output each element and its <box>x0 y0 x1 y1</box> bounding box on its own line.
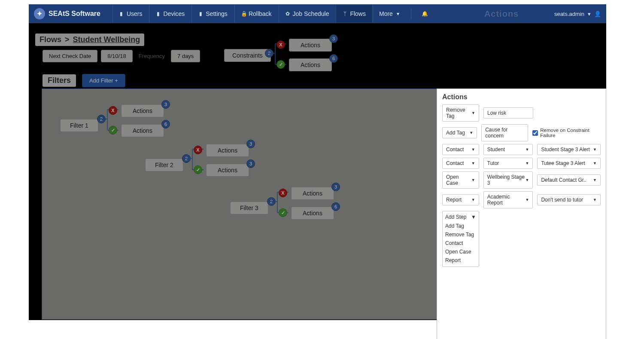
filter-2-fail-actions[interactable]: Actions <box>206 144 249 157</box>
filter-node-1[interactable]: Filter 1 <box>60 119 98 132</box>
filter-2-pass-icon: ✓ <box>194 165 202 174</box>
nav-more-label: More <box>379 10 393 17</box>
nav-flows[interactable]: ᛘFlows <box>336 5 372 22</box>
action-type-select[interactable]: Add Tag▼ <box>442 127 477 138</box>
nav-users[interactable]: ▮Users <box>112 5 149 22</box>
next-check-value[interactable]: 8/10/18 <box>101 50 132 62</box>
brand: ✦ SEAtS Software <box>34 8 100 19</box>
caret-down-icon: ▼ <box>471 147 475 152</box>
frequency-value[interactable]: 7 days <box>171 50 200 62</box>
add-filter-button[interactable]: Add Filter + <box>82 74 125 87</box>
nav-rollback[interactable]: 🔒Rollback <box>234 5 278 22</box>
filter-2-pass-actions[interactable]: Actions <box>206 164 249 177</box>
caret-down-icon: ▾ <box>588 11 591 17</box>
action-target-select[interactable]: Tutor▼ <box>483 158 533 169</box>
caret-down-icon: ▼ <box>593 178 597 182</box>
action-type-label: Open Case <box>446 174 471 186</box>
filter-3-fail-actions[interactable]: Actions <box>291 187 334 200</box>
add-step-option[interactable]: Remove Tag <box>445 230 476 239</box>
caret-down-icon: ▼ <box>471 161 475 165</box>
user-menu[interactable]: seats.admin ▾ 👤 <box>554 11 601 17</box>
action-template-select[interactable]: Don't send to tutor▼ <box>537 194 601 205</box>
devices-icon: ▮ <box>155 11 161 17</box>
constraints-fail-actions[interactable]: Actions <box>289 39 332 52</box>
filter-1-fail-actions[interactable]: Actions <box>121 104 164 117</box>
action-target-label: Wellbeing Stage 3 <box>487 174 526 186</box>
action-row-remove-tag: Remove Tag▼ Low risk <box>442 104 601 122</box>
filter-1-fail-badge: 3 <box>161 100 170 109</box>
caret-down-icon: ▼ <box>471 214 476 220</box>
branch-icon: ᛘ <box>342 11 347 17</box>
nav-more[interactable]: More▾ <box>373 5 407 22</box>
filter-1-pass-actions[interactable]: Actions <box>121 124 164 137</box>
ghost-heading: Actions <box>484 9 519 19</box>
remove-on-failure-input[interactable] <box>532 130 538 136</box>
action-row-open-case: Open Case▼ Wellbeing Stage 3▼ Default Co… <box>442 171 601 189</box>
add-step-option[interactable]: Add Tag <box>445 222 476 230</box>
filter-1-pass-icon: ✓ <box>109 126 117 134</box>
action-type-select[interactable]: Open Case▼ <box>442 171 479 189</box>
add-step-option[interactable]: Open Case <box>445 247 476 256</box>
add-step-option[interactable]: Report <box>445 256 476 265</box>
user-name: seats.admin <box>554 11 584 17</box>
action-type-select[interactable]: Contact▼ <box>442 158 479 169</box>
filter-3-pass-actions[interactable]: Actions <box>291 207 334 220</box>
action-row-add-tag: Add Tag▼ Cause for concern Remove on Con… <box>442 124 601 141</box>
action-template-select[interactable]: Student Stage 3 Alert▼ <box>537 144 601 155</box>
nav-notifications[interactable]: 🔔 <box>416 6 433 22</box>
filter-node-3[interactable]: Filter 3 <box>230 202 268 214</box>
nav-separator <box>411 8 411 19</box>
constraints-pass-actions[interactable]: Actions <box>289 58 332 71</box>
action-value-input[interactable]: Low risk <box>483 107 533 119</box>
action-template-label: Default Contact Gr.. <box>541 177 586 183</box>
caret-down-icon: ▾ <box>395 11 401 17</box>
add-step-option[interactable]: Contact <box>445 239 476 247</box>
filters-header: Filters Add Filter + <box>43 74 125 87</box>
nav-job-schedule[interactable]: ✿Job Schedule <box>279 5 335 22</box>
nav-items: ▮Users ▮Devices ▮Settings 🔒Rollback ✿Job… <box>112 5 433 22</box>
action-template-select[interactable]: Default Contact Gr..▼ <box>537 174 601 186</box>
action-template-label: Don't send to tutor <box>541 197 583 203</box>
filter-2-fail-icon: X <box>194 146 202 154</box>
filter-node-2[interactable]: Filter 2 <box>145 159 183 171</box>
next-check-label: Next Check Date <box>43 50 97 62</box>
add-step-dropdown[interactable]: Add Step▼ Add Tag Remove Tag Contact Ope… <box>442 211 479 267</box>
action-type-select[interactable]: Contact▼ <box>442 144 479 155</box>
action-type-label: Contact <box>446 160 464 166</box>
settings-icon: ▮ <box>198 11 203 17</box>
users-icon: ▮ <box>119 11 124 17</box>
actions-panel-title: Actions <box>442 93 601 101</box>
user-icon: 👤 <box>594 11 601 17</box>
action-target-select[interactable]: Student▼ <box>483 144 533 155</box>
filter-2-fail-badge: 3 <box>246 140 255 148</box>
filters-label: Filters <box>43 74 76 87</box>
filter-3-pass-icon: ✓ <box>279 208 287 217</box>
action-type-select[interactable]: Report▼ <box>442 194 479 205</box>
bell-icon: 🔔 <box>422 11 427 17</box>
action-target-select[interactable]: Academic Report▼ <box>483 191 533 208</box>
constraints-fail-badge: 3 <box>329 34 338 43</box>
constraints-node[interactable]: Constraints <box>224 49 271 62</box>
content-area: Flows > Student Wellbeing Next Check Dat… <box>29 23 606 320</box>
action-value-input[interactable]: Cause for concern <box>481 124 528 141</box>
nav-job-schedule-label: Job Schedule <box>293 10 329 17</box>
action-target-select[interactable]: Wellbeing Stage 3▼ <box>483 171 533 189</box>
remove-on-failure-checkbox[interactable]: Remove on Constraint Failure <box>532 128 601 138</box>
nav-settings[interactable]: ▮Settings <box>191 5 234 22</box>
nav-settings-label: Settings <box>206 10 228 17</box>
action-row-report: Report▼ Academic Report▼ Don't send to t… <box>442 191 601 208</box>
breadcrumb-root[interactable]: Flows <box>39 35 61 44</box>
add-step-label: Add Step <box>445 214 466 220</box>
lock-icon: 🔒 <box>241 11 246 17</box>
action-type-select[interactable]: Remove Tag▼ <box>442 104 479 122</box>
action-type-label: Remove Tag <box>446 107 471 119</box>
action-template-select[interactable]: Tutee Stage 3 Alert▼ <box>537 158 601 169</box>
filter-1-pass-badge: 6 <box>161 120 170 128</box>
brand-text: SEAtS Software <box>49 10 100 18</box>
nav-devices[interactable]: ▮Devices <box>149 5 191 22</box>
nav-devices-label: Devices <box>163 10 185 17</box>
caret-down-icon: ▼ <box>471 111 475 115</box>
nav-users-label: Users <box>127 10 143 17</box>
action-template-label: Tutee Stage 3 Alert <box>541 160 585 166</box>
action-row-contact-tutor: Contact▼ Tutor▼ Tutee Stage 3 Alert▼ <box>442 158 601 169</box>
